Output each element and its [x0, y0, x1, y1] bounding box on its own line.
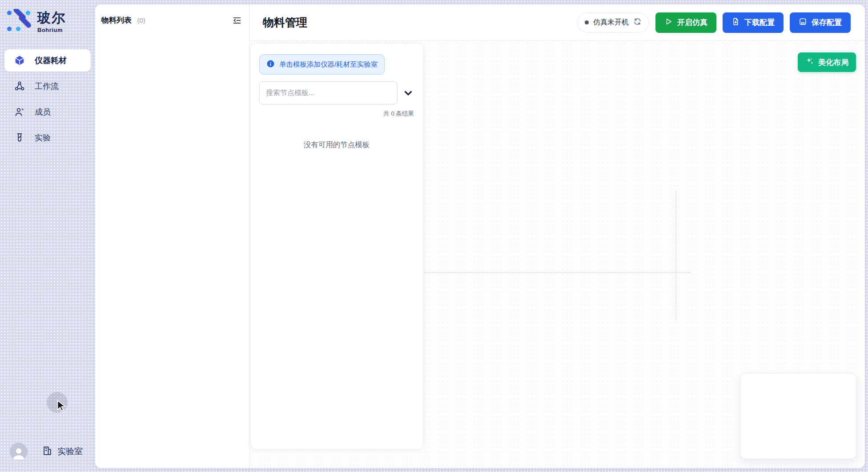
material-list-count: (0) — [137, 16, 145, 24]
layout-canvas[interactable]: 单击模板添加仪器/耗材至实验室 共 0 条结果 没有可用的节点模板 — [249, 41, 865, 468]
material-list-panel: 物料列表 (0) — [95, 4, 249, 468]
start-simulation-button[interactable]: 开启仿真 — [655, 12, 716, 33]
brand-name-zh: 玻尔 — [37, 11, 66, 24]
beautify-layout-button[interactable]: 美化布局 — [798, 52, 856, 72]
minimap-panel[interactable] — [740, 373, 857, 459]
status-dot-icon — [585, 20, 589, 24]
refresh-icon[interactable] — [633, 17, 642, 28]
chevron-down-icon[interactable] — [402, 87, 414, 99]
sparkles-icon — [805, 57, 814, 68]
cube-icon — [14, 55, 25, 66]
brand-name-en: Bohrium — [37, 27, 66, 33]
simulation-status-label: 仿真未开机 — [593, 18, 629, 27]
main-header: 物料管理 仿真未开机 — [249, 4, 865, 41]
mouse-cursor — [55, 399, 68, 412]
alignment-guide-horizontal — [424, 272, 691, 273]
sidebar-nav: 仪器耗材 工作流 成员 — [0, 49, 95, 149]
content-shell: 物料列表 (0) 物料管理 仿真未开机 — [95, 4, 865, 468]
simulation-status-pill[interactable]: 仿真未开机 — [577, 13, 649, 32]
file-download-icon — [731, 17, 740, 28]
empty-templates-text: 没有可用的节点模板 — [259, 140, 414, 150]
sidebar-item-label: 成员 — [35, 107, 51, 117]
user-avatar[interactable] — [10, 443, 28, 460]
template-search-input[interactable] — [259, 81, 398, 104]
save-icon — [799, 17, 807, 28]
template-hint-banner: 单击模板添加仪器/耗材至实验室 — [259, 54, 385, 75]
members-icon — [14, 107, 25, 117]
building-icon — [42, 445, 53, 458]
page-title: 物料管理 — [263, 15, 307, 30]
test-tube-icon — [14, 132, 25, 143]
play-icon — [664, 17, 673, 28]
lab-entry[interactable]: 实验室 — [42, 445, 83, 458]
sidebar-item-instruments[interactable]: 仪器耗材 — [4, 49, 91, 72]
sidebar-item-members[interactable]: 成员 — [4, 101, 91, 123]
download-config-button[interactable]: 下载配置 — [723, 12, 784, 33]
template-hint-text: 单击模板添加仪器/耗材至实验室 — [279, 60, 378, 69]
alignment-guide-vertical — [675, 191, 676, 320]
result-count: 共 0 条结果 — [259, 110, 414, 118]
workflow-icon — [14, 81, 25, 92]
sidebar-item-experiments[interactable]: 实验 — [4, 127, 91, 149]
brand: 玻尔 Bohrium — [0, 0, 95, 35]
info-icon — [266, 60, 275, 70]
main-area: 物料管理 仿真未开机 — [249, 4, 865, 468]
material-list-title: 物料列表 — [101, 16, 132, 24]
sidebar-item-workflow[interactable]: 工作流 — [4, 75, 91, 97]
template-panel: 单击模板添加仪器/耗材至实验室 共 0 条结果 没有可用的节点模板 — [251, 44, 423, 449]
save-config-button[interactable]: 保存配置 — [790, 12, 851, 33]
collapse-panel-icon[interactable] — [232, 16, 242, 25]
sidebar-item-label: 实验 — [35, 132, 51, 143]
sidebar-item-label: 仪器耗材 — [35, 55, 67, 66]
lab-entry-label: 实验室 — [57, 446, 83, 457]
bohrium-logo-icon — [6, 9, 31, 35]
sidebar-item-label: 工作流 — [35, 81, 59, 92]
